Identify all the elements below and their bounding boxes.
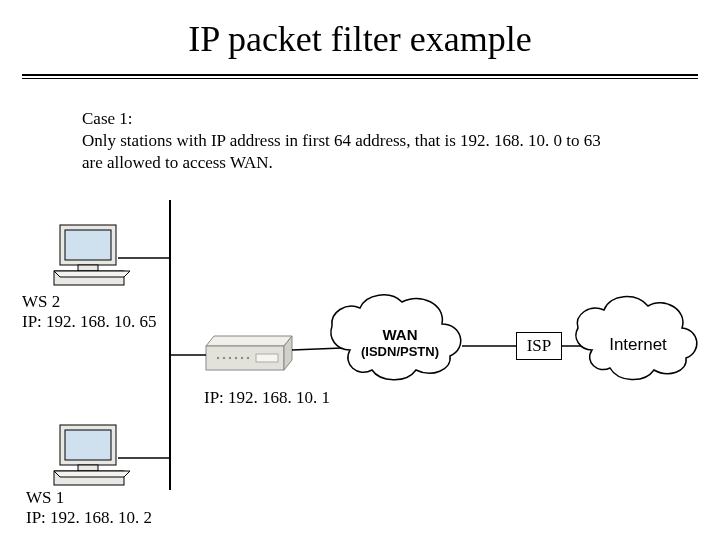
- isp-box: ISP: [516, 332, 562, 360]
- ws2-ip: IP: 192. 168. 10. 65: [22, 312, 157, 331]
- internet-cloud-icon: Internet: [576, 297, 697, 380]
- ws1-ip: IP: 192. 168. 10. 2: [26, 508, 152, 527]
- ws1-name: WS 1: [26, 488, 64, 507]
- svg-rect-7: [78, 465, 98, 471]
- svg-point-17: [241, 357, 243, 359]
- internet-label: Internet: [609, 335, 667, 354]
- svg-point-18: [247, 357, 249, 359]
- ws2-label: WS 2 IP: 192. 168. 10. 65: [22, 292, 157, 332]
- svg-point-16: [235, 357, 237, 359]
- svg-point-15: [229, 357, 231, 359]
- ws2-computer-icon: [54, 225, 130, 285]
- svg-rect-19: [256, 354, 278, 362]
- svg-rect-1: [65, 230, 111, 260]
- svg-rect-6: [65, 430, 111, 460]
- ws2-name: WS 2: [22, 292, 60, 311]
- diagram-svg: WAN (ISDN/PSTN) Internet: [0, 0, 720, 540]
- wan-label-line1: WAN: [383, 326, 418, 343]
- router-wan-link: [292, 348, 342, 350]
- svg-marker-4: [54, 271, 130, 277]
- svg-marker-9: [54, 471, 130, 477]
- svg-point-14: [223, 357, 225, 359]
- isp-label: ISP: [527, 336, 552, 355]
- svg-rect-2: [78, 265, 98, 271]
- svg-marker-10: [206, 336, 292, 346]
- wan-cloud-icon: WAN (ISDN/PSTN): [331, 295, 461, 380]
- wan-label-line2: (ISDN/PSTN): [361, 344, 439, 359]
- ws1-computer-icon: [54, 425, 130, 485]
- router-icon: [206, 336, 292, 370]
- router-label: IP: 192. 168. 10. 1: [204, 388, 330, 408]
- svg-point-13: [217, 357, 219, 359]
- router-ip: IP: 192. 168. 10. 1: [204, 388, 330, 407]
- ws1-label: WS 1 IP: 192. 168. 10. 2: [26, 488, 152, 528]
